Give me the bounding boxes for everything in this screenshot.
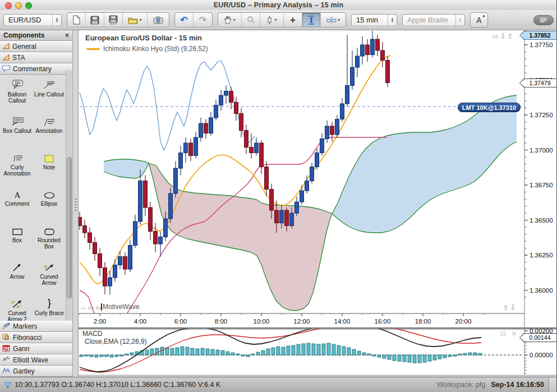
- tool-arrow[interactable]: Arrow: [1, 261, 33, 297]
- tool-label: Line Callout: [34, 91, 65, 98]
- font-size-label: A: [476, 16, 481, 25]
- save-icon: [90, 16, 99, 25]
- tool-box[interactable]: Box: [1, 224, 33, 261]
- panel-toggle-button[interactable]: [533, 15, 554, 25]
- box-callout-icon: [11, 115, 24, 126]
- crosshair-button[interactable]: +: [284, 13, 302, 27]
- svg-text:}: }: [47, 297, 50, 308]
- tool-ellipse[interactable]: Ellipse: [33, 188, 65, 224]
- list-icon: [540, 17, 547, 23]
- file-button-group: ▾: [67, 12, 169, 27]
- limit-order-tag[interactable]: LMT 10K@1.37310: [458, 103, 521, 112]
- price-axis-label: 1.36750: [530, 182, 553, 188]
- annotation-icon: [44, 115, 55, 126]
- close-panel-button[interactable]: ×: [65, 31, 69, 39]
- macd-title: MACD: [82, 330, 102, 338]
- snapshot-button[interactable]: [148, 13, 169, 27]
- comment-icon: A: [13, 188, 22, 199]
- new-chart-button[interactable]: [67, 13, 86, 27]
- tool-curved-arrow[interactable]: Curved Arrow: [33, 261, 65, 297]
- time-axis-label: 8:00: [215, 318, 227, 325]
- vertical-fit-button[interactable]: [302, 13, 321, 27]
- tool-label: Annotation: [34, 128, 65, 134]
- sidebar-section-gartley[interactable]: Gartley: [0, 366, 72, 377]
- sidebar-section-gann[interactable]: Gann: [0, 343, 72, 354]
- box-icon: [12, 224, 23, 236]
- tool-label: Curved Arrow: [34, 274, 65, 286]
- tool-label: Arrow: [2, 274, 33, 280]
- gann-icon: [2, 345, 10, 353]
- component-bottom-sections: MarkersFibonacciGannElliott WaveGartley: [0, 321, 72, 377]
- resize-grip[interactable]: [549, 377, 557, 392]
- font-select[interactable]: Apple Braille ▲▼: [402, 14, 465, 26]
- scroll-arrows-top-right[interactable]: ⇨⇩⇧: [492, 32, 514, 40]
- price-axis-label: 1.37000: [530, 147, 553, 154]
- price-axis-label: 1.36000: [530, 287, 553, 294]
- clock-label: Sep-14 16:16:50: [491, 381, 544, 389]
- tool-line-callout[interactable]: Line Callout: [33, 79, 65, 115]
- sidebar-section-markers[interactable]: Markers: [0, 321, 72, 332]
- commentary-tools: Balloon CalloutLine CalloutBox CalloutAn…: [0, 71, 66, 327]
- price-axis-label: 1.36500: [530, 217, 553, 224]
- pan-tool-button[interactable]: ▾: [218, 13, 242, 27]
- splitter-grip-icon: [75, 199, 77, 211]
- tool-annotation[interactable]: Annotation: [33, 115, 65, 151]
- sidebar-scrollbar-thumb[interactable]: [67, 157, 72, 298]
- scroll-arrows-bottom-right[interactable]: ⇧⇩: [503, 303, 517, 312]
- sidebar-section-elliott-wave[interactable]: Elliott Wave: [0, 354, 72, 366]
- scroll-arrows-bottom-left[interactable]: ⇔⇨⇦: [80, 303, 103, 312]
- open-button[interactable]: ▾: [123, 13, 148, 27]
- tool-label: Box Callout: [2, 128, 33, 134]
- tool-balloon-callout[interactable]: Balloon Callout: [1, 79, 33, 115]
- increase-arrow-icon: ▲: [482, 13, 486, 17]
- tool-rounded-box[interactable]: Rounded Box: [33, 224, 65, 261]
- timeframe-select[interactable]: 15 min ▲▼: [351, 14, 397, 26]
- tool-note[interactable]: Note: [33, 151, 65, 188]
- chart-title: European Euro/US Dollar - 15 min: [85, 34, 202, 42]
- macd-subtitle: Close,EMA (12,26,9): [85, 338, 147, 345]
- tool-label: Ellipse: [34, 201, 65, 207]
- components-header: Components ×: [0, 30, 72, 41]
- time-axis-label: 10:00: [254, 318, 270, 325]
- ichimoku-legend-swatch: [86, 48, 100, 50]
- sidebar-section-fibonacci[interactable]: Fibonacci: [0, 332, 72, 343]
- ellipse-icon: [44, 188, 55, 199]
- macd-window-buttons[interactable]: ⊟ ✕: [500, 330, 518, 338]
- macd-canvas[interactable]: 0.002000.00000: [79, 329, 557, 375]
- tool-comment[interactable]: AComment: [1, 188, 33, 224]
- component-sections: GeneralSTACommentary: [0, 41, 72, 75]
- section-label: Elliott Wave: [13, 356, 48, 364]
- workspace-label: Workspace: pfg: [437, 381, 486, 389]
- zoom-tool-button[interactable]: [242, 13, 260, 27]
- open-folder-icon: [128, 16, 138, 24]
- ichimoku-legend-label: Ichimoku Kinko Hyo (Std) (9,26,52): [103, 45, 208, 53]
- watermark: MotiveWave: [101, 303, 140, 311]
- font-size-button[interactable]: A ▲: [470, 12, 488, 27]
- tool-box-callout[interactable]: Box Callout: [1, 115, 33, 151]
- sidebar-scrollbar[interactable]: [66, 71, 72, 327]
- panel-splitter[interactable]: [73, 30, 79, 377]
- link-button[interactable]: ▾: [321, 13, 346, 27]
- tool-label: Comment: [2, 201, 33, 207]
- save-as-button[interactable]: [104, 13, 123, 27]
- bar-type-button[interactable]: ▾: [260, 13, 284, 27]
- sidebar-section-sta[interactable]: STA: [0, 52, 72, 63]
- section-label: General: [12, 43, 36, 50]
- triangle-ruler-icon: [2, 43, 10, 51]
- time-axis-label: 6:00: [174, 318, 187, 325]
- symbol-select[interactable]: EUR/USD ▲▼: [3, 14, 62, 26]
- redo-button[interactable]: ↷: [194, 13, 212, 27]
- gartley-icon: [2, 367, 10, 376]
- sidebar-section-general[interactable]: General: [0, 41, 72, 52]
- save-button[interactable]: [86, 13, 104, 27]
- tool-curly-annotation[interactable]: Curly Annotation: [1, 151, 33, 188]
- stepper-arrows-icon: ▲▼: [388, 15, 397, 26]
- price-chart-canvas[interactable]: 1.377501.375001.372501.370001.367501.365…: [79, 30, 557, 327]
- undo-icon: ↶: [180, 15, 187, 25]
- stepper-arrows-icon: ▲▼: [455, 15, 464, 26]
- dropdown-arrow-icon: ▾: [274, 17, 277, 22]
- undo-button[interactable]: ↶: [175, 13, 194, 27]
- elliott-wave-icon: [2, 356, 10, 365]
- time-axis-label: 4:00: [134, 318, 146, 325]
- tool-label: Box: [2, 237, 33, 243]
